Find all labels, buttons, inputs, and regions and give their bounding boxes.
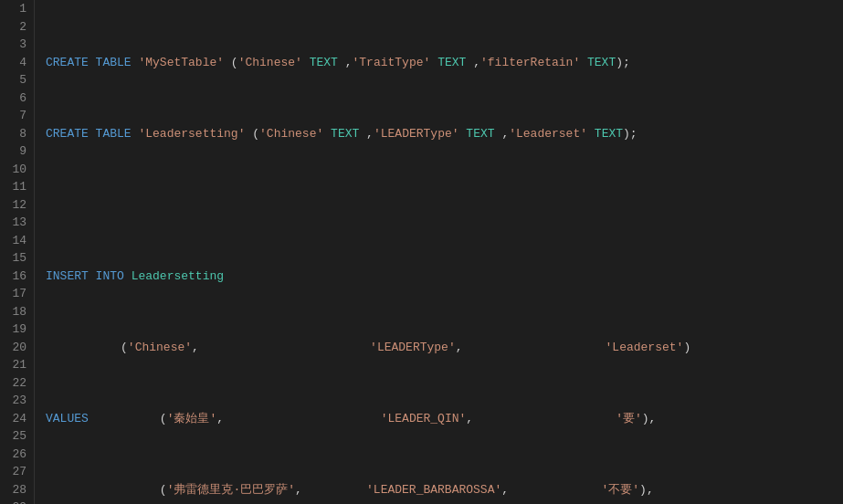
code-line-5: ('Chinese', 'LEADERType', 'Leaderset'): [46, 339, 843, 357]
ln-4: 4: [7, 54, 26, 72]
ln-6: 6: [7, 89, 26, 108]
ln-14: 14: [7, 232, 26, 250]
ln-5: 5: [7, 71, 26, 89]
ln-10: 10: [7, 161, 26, 179]
ln-13: 13: [7, 214, 26, 232]
ln-22: 22: [7, 374, 26, 393]
line-numbers: 1 2 3 4 5 6 7 8 9 10 11 12 13 14 15 16 1…: [0, 0, 35, 504]
ln-3: 3: [7, 36, 26, 54]
ln-18: 18: [7, 303, 26, 321]
ln-23: 23: [7, 392, 26, 410]
code-line-6: VALUES ('秦始皇', 'LEADER_QIN', '要'),: [46, 410, 843, 428]
code-line-1: CREATE TABLE 'MySetTable' ('Chinese' TEX…: [46, 54, 843, 72]
ln-8: 8: [7, 125, 26, 143]
ln-28: 28: [7, 481, 26, 499]
code-line-4: INSERT INTO Leadersetting: [46, 268, 843, 286]
code-area[interactable]: CREATE TABLE 'MySetTable' ('Chinese' TEX…: [35, 0, 843, 504]
ln-11: 11: [7, 178, 26, 196]
ln-26: 26: [7, 446, 26, 464]
ln-7: 7: [7, 107, 26, 125]
code-line-3: [46, 196, 843, 215]
ln-16: 16: [7, 268, 26, 286]
ln-24: 24: [7, 410, 26, 428]
ln-21: 21: [7, 356, 26, 374]
ln-9: 9: [7, 142, 26, 161]
ln-19: 19: [7, 320, 26, 339]
ln-15: 15: [7, 249, 26, 268]
ln-2: 2: [7, 18, 26, 37]
ln-20: 20: [7, 339, 26, 357]
ln-29: 29: [7, 499, 26, 504]
ln-27: 27: [7, 463, 26, 481]
ln-1: 1: [7, 0, 26, 18]
code-line-2: CREATE TABLE 'Leadersetting' ('Chinese' …: [46, 125, 843, 143]
ln-17: 17: [7, 285, 26, 303]
ln-25: 25: [7, 427, 26, 446]
ln-12: 12: [7, 196, 26, 215]
code-line-7: ('弗雷德里克·巴巴罗萨', 'LEADER_BARBAROSSA', '不要'…: [46, 481, 843, 499]
code-editor[interactable]: 1 2 3 4 5 6 7 8 9 10 11 12 13 14 15 16 1…: [0, 0, 843, 504]
